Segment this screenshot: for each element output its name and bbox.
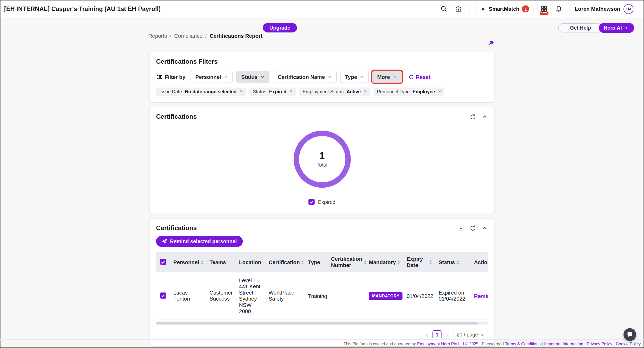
chip-value: Employee: [413, 89, 435, 94]
hero-ai-label: Hero AI: [604, 25, 622, 31]
page-size-select[interactable]: 20 / page: [453, 330, 488, 340]
sparkle-icon: [480, 6, 486, 12]
chip-label: Employment Status:: [303, 89, 345, 94]
footer-company-link[interactable]: Employment Hero Pty Ltd © 2025: [417, 341, 478, 346]
chevron-down-icon: [481, 333, 484, 337]
scrollbar-thumb[interactable]: [156, 322, 478, 324]
upgrade-button[interactable]: Upgrade: [263, 23, 297, 32]
filter-dropdown-more[interactable]: More: [372, 71, 402, 83]
close-icon[interactable]: ✕: [436, 90, 441, 94]
previous-page-button[interactable]: ‹: [425, 331, 429, 338]
header-divider: [469, 5, 470, 13]
check-icon: [161, 293, 165, 298]
filter-chip-employment-status: Employment Status: Active ✕: [299, 88, 370, 96]
column-header-personnel[interactable]: Personnel▲▼: [170, 252, 206, 272]
smartmatch-button[interactable]: SmartMatch 1: [476, 3, 534, 15]
close-icon[interactable]: ✕: [288, 90, 293, 94]
column-header-status[interactable]: Status▲▼: [435, 252, 471, 272]
notifications-bell-icon[interactable]: [555, 4, 563, 13]
breadcrumb-reports[interactable]: Reports: [148, 33, 167, 39]
main-content: Certifications Filters Filter by Personn…: [150, 52, 495, 346]
legend-label-expired: Expired: [318, 199, 335, 205]
table-row: Lucas Fenton Customer Success Level 1, 4…: [156, 272, 488, 319]
chevron-down-icon: [360, 75, 364, 79]
refresh-icon[interactable]: [470, 113, 477, 120]
sort-icon[interactable]: ▲▼: [457, 259, 459, 265]
reset-label: Reset: [416, 74, 430, 80]
chip-label: Personnel Type:: [377, 89, 411, 94]
pagination: ‹ 1 › 20 / page: [156, 330, 488, 340]
filter-by-label: Filter by: [165, 74, 185, 80]
legend-checkbox-expired[interactable]: [309, 199, 315, 205]
column-header-expiry-date[interactable]: Expiry Date▲▼: [403, 252, 435, 272]
next-page-button[interactable]: ›: [445, 331, 449, 338]
cell-teams: Customer Success: [206, 272, 236, 319]
breadcrumb-compliance[interactable]: Compliance: [174, 33, 203, 39]
footer-link-cookie-policy[interactable]: Cookie Policy: [616, 341, 641, 346]
beta-tag: BETA: [540, 12, 549, 15]
filter-chip-status: Status: Expired ✕: [249, 88, 296, 96]
collapse-chevron-up-icon[interactable]: [481, 113, 488, 120]
chat-widget-button[interactable]: [624, 328, 636, 341]
column-header-mandatory[interactable]: Mandatory▲▼: [365, 252, 403, 272]
column-header-certification-number[interactable]: Certification Number▲▼: [328, 252, 365, 272]
breadcrumb-current: Certifications Report: [210, 33, 263, 39]
chip-label: Issue Date:: [159, 89, 183, 94]
refresh-icon[interactable]: [470, 225, 477, 232]
filter-dropdown-label: Type: [345, 74, 357, 80]
sort-icon[interactable]: ▲▼: [364, 259, 367, 265]
close-icon[interactable]: ✕: [362, 90, 367, 94]
sort-icon[interactable]: ▲▼: [429, 259, 432, 265]
column-header-certification[interactable]: Certification▲▼: [265, 252, 305, 272]
get-help-button[interactable]: Get Help: [558, 23, 603, 32]
filter-dropdown-label: Personnel: [195, 74, 221, 80]
donut-total-value: 1: [319, 150, 325, 161]
send-icon: [162, 239, 167, 244]
table-header-row: Personnel▲▼ Teams Location Certification…: [156, 252, 488, 272]
filter-dropdown-certification-name[interactable]: Certification Name: [273, 71, 337, 83]
remind-row-link[interactable]: Remind: [474, 293, 488, 299]
user-menu[interactable]: Loren Mathewson LM: [569, 3, 635, 15]
remind-selected-personnel-button[interactable]: Remind selected personnel: [156, 236, 243, 247]
close-icon[interactable]: ✕: [238, 90, 243, 94]
beta-feature-icon[interactable]: BETA: [540, 4, 549, 13]
filter-dropdown-type[interactable]: Type: [340, 71, 369, 83]
organisation-icon[interactable]: [454, 4, 463, 13]
hero-ai-button[interactable]: Hero AI: [599, 23, 634, 33]
current-page[interactable]: 1: [433, 330, 441, 339]
remind-button-label: Remind selected personnel: [170, 238, 237, 244]
user-name: Loren Mathewson: [575, 6, 620, 12]
footer-separator: |: [585, 341, 586, 346]
check-icon: [161, 260, 165, 264]
chevron-down-icon: [393, 75, 397, 79]
horizontal-scrollbar[interactable]: [156, 322, 488, 324]
download-icon[interactable]: [457, 225, 465, 232]
footer-link-privacy-policy[interactable]: Privacy Policy: [587, 341, 612, 346]
app-window: [EH INTERNAL] Casper's Training (AU 1st …: [0, 0, 644, 348]
sort-icon[interactable]: ▲▼: [301, 259, 304, 265]
footer-separator: |: [614, 341, 615, 346]
row-checkbox[interactable]: [160, 293, 166, 299]
sort-icon[interactable]: ▲▼: [397, 259, 400, 265]
mandatory-badge: MANDATORY: [369, 292, 403, 300]
sort-icon[interactable]: ▲▼: [201, 259, 203, 265]
footer-link-terms[interactable]: Terms & Conditions: [505, 341, 541, 346]
cell-mandatory: MANDATORY: [365, 272, 403, 319]
smartmatch-badge: 1: [522, 5, 529, 12]
filter-dropdown-personnel[interactable]: Personnel: [190, 71, 233, 83]
select-all-checkbox[interactable]: [160, 259, 166, 265]
active-filter-chips: Issue Date: No date range selected ✕ Sta…: [156, 88, 488, 96]
reset-filters-button[interactable]: Reset: [408, 74, 430, 80]
filters-card-title: Certifications Filters: [156, 58, 488, 65]
certifications-table: Personnel▲▼ Teams Location Certification…: [156, 252, 488, 320]
app-header: [EH INTERNAL] Casper's Training (AU 1st …: [0, 0, 644, 18]
search-icon[interactable]: [439, 4, 448, 13]
certifications-summary-card: Certifications 1 Total Expired: [150, 107, 495, 214]
chip-label: Status:: [253, 89, 268, 94]
footer-link-important-information[interactable]: Important Information: [544, 341, 583, 346]
filter-chip-personnel-type: Personnel Type: Employee ✕: [374, 88, 445, 96]
column-header-type: Type: [305, 252, 328, 272]
filter-dropdown-status[interactable]: Status: [236, 71, 270, 83]
collapse-chevron-up-icon[interactable]: [481, 225, 488, 231]
pin-report-icon[interactable]: [488, 40, 495, 46]
